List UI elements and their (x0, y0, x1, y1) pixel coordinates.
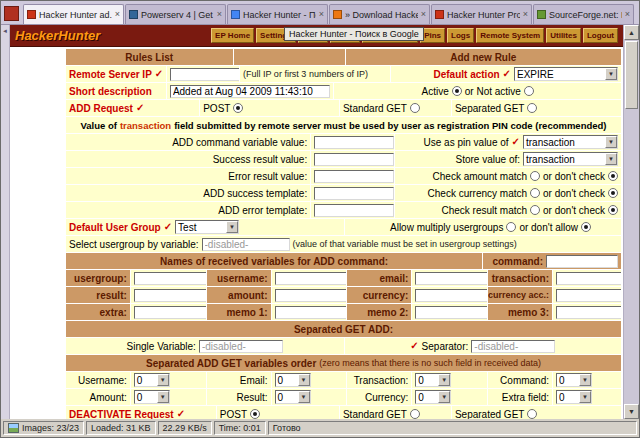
order-email-value: 0 (276, 375, 298, 386)
order-transaction-select[interactable]: 0▼ (415, 373, 451, 387)
tab-close-icon[interactable]: × (523, 10, 528, 19)
nav-utilites[interactable]: Utilites (546, 28, 581, 43)
active-label: Active (422, 86, 449, 97)
order-result-label: Result: (207, 389, 271, 405)
single-variable-label: Single Variable: (127, 341, 196, 352)
var-result-label: result: (66, 287, 130, 303)
tab-close-icon[interactable]: × (625, 10, 630, 19)
scrollbar-track[interactable] (624, 110, 639, 404)
add-error-template-input[interactable] (314, 204, 394, 217)
default-user-group-select[interactable]: Test ▼ (175, 220, 239, 234)
deactivate-post-radio[interactable] (250, 409, 260, 419)
allow-multiply-radio[interactable] (506, 222, 516, 232)
deactivate-request-label: DEACTIVATE Request (69, 409, 174, 420)
command-input[interactable] (546, 255, 618, 268)
add-success-template-input[interactable] (314, 187, 394, 200)
deactivate-separated-get-radio[interactable] (527, 409, 537, 419)
check-currency-radio[interactable] (530, 188, 540, 198)
browser-menu-icon[interactable] (4, 6, 19, 21)
check-amount-radio[interactable] (530, 171, 540, 181)
order-username-select[interactable]: 0▼ (134, 373, 170, 387)
var-currency-input[interactable] (415, 289, 487, 302)
add-post-radio[interactable] (233, 103, 243, 113)
order-amount-select[interactable]: 0▼ (134, 390, 170, 404)
nav-logout[interactable]: Logout (583, 28, 618, 43)
vertical-scrollbar[interactable]: ▲ ▼ (623, 25, 639, 419)
tab-hacker-hunter-admin[interactable]: Hacker Hunter ad... × (23, 4, 124, 24)
command-label: command: (492, 256, 543, 267)
use-as-pin-select[interactable]: transaction ▼ (523, 135, 618, 149)
order-email-select[interactable]: 0▼ (275, 373, 311, 387)
remote-server-ip-input[interactable] (170, 68, 239, 81)
tab-close-icon[interactable]: × (217, 10, 222, 19)
success-result-input[interactable] (314, 153, 394, 166)
check-amount-dont-radio[interactable] (608, 171, 618, 181)
add-separated-get-radio[interactable] (527, 103, 537, 113)
store-value-select[interactable]: transaction ▼ (523, 152, 618, 166)
add-command-input[interactable] (314, 136, 394, 149)
status-bar: Images: 23/23 Loaded: 31 KB 22.29 KB/s T… (1, 419, 639, 437)
short-description-input[interactable] (170, 85, 331, 98)
panel-toggle-strip[interactable]: ◄ (1, 25, 10, 419)
scrollbar-thumb[interactable] (625, 41, 638, 109)
order-extra-field-select[interactable]: 0▼ (556, 390, 592, 404)
var-usergroup-input[interactable] (134, 272, 206, 285)
var-result-input[interactable] (134, 289, 206, 302)
tab-powerserv[interactable]: Powerserv 4 | Get P... × (125, 4, 226, 24)
check-currency-alt-label: or don't check (543, 188, 605, 199)
store-value-cell: Store value of: transaction ▼ (395, 151, 621, 167)
var-username-input[interactable] (275, 272, 347, 285)
form-row: Error result value: Check amount match o… (66, 168, 621, 184)
nav-logs[interactable]: Logs (447, 28, 474, 43)
deactivate-standard-get-radio[interactable] (410, 409, 420, 419)
order-result-select[interactable]: 0▼ (275, 390, 311, 404)
dropdown-arrow-icon: ▼ (157, 391, 169, 403)
var-amount-input[interactable] (275, 289, 347, 302)
tab-close-icon[interactable]: × (319, 10, 324, 19)
select-usergroup-input[interactable] (202, 238, 290, 251)
var-memo2-input[interactable] (415, 306, 487, 319)
error-result-input[interactable] (314, 170, 394, 183)
required-mark-icon: ✓ (512, 137, 520, 147)
var-extra-input[interactable] (134, 306, 206, 319)
var-memo1-input[interactable] (275, 306, 347, 319)
not-active-radio[interactable] (524, 86, 534, 96)
default-action-select[interactable]: EXPIRE ▼ (514, 67, 618, 81)
tab-google-search[interactable]: Hacker Hunter - Пои... × (227, 4, 328, 24)
tab-download-hacker[interactable]: » Download Hacker ... × (329, 4, 430, 24)
tab-hacker-hunter-pro[interactable]: Hacker Hunter Pro... × (431, 4, 532, 24)
active-radio[interactable] (452, 86, 462, 96)
order-command-value: 0 (557, 375, 579, 386)
select-usergroup-cell: Select usergroup by variable: (value of … (66, 236, 621, 252)
order-currency-label: Currency: (347, 389, 411, 405)
dont-allow-radio[interactable] (581, 222, 591, 232)
scroll-up-icon[interactable]: ▲ (624, 25, 639, 40)
single-variable-input[interactable] (199, 340, 283, 353)
var-email-input[interactable] (415, 272, 487, 285)
order-command-select[interactable]: 0▼ (556, 373, 592, 387)
deactivate-standard-get-label: Standard GET (343, 409, 407, 420)
dropdown-arrow-icon: ▼ (438, 391, 450, 403)
var-memo3-input[interactable] (556, 306, 621, 319)
tab-close-icon[interactable]: × (115, 10, 120, 19)
order-currency-select[interactable]: 0▼ (415, 390, 451, 404)
nav-pins[interactable]: Pins (420, 28, 445, 43)
var-transaction-input[interactable] (556, 272, 621, 285)
check-currency-dont-radio[interactable] (608, 188, 618, 198)
separator-input[interactable] (471, 340, 555, 353)
scroll-down-icon[interactable]: ▼ (624, 404, 639, 419)
add-standard-get-radio[interactable] (410, 103, 420, 113)
tab-favicon-icon (129, 10, 138, 19)
add-post-cell: POST (200, 100, 339, 116)
tab-sourceforge[interactable]: SourceForge.net: H... × (533, 4, 634, 24)
check-amount-cell: Check amount match or don't check (395, 168, 621, 184)
form-row: DEACTIVATE Request ✓ POST Standard GET S… (66, 406, 621, 419)
check-result-dont-radio[interactable] (608, 205, 618, 215)
nav-remote-system[interactable]: Remote System (476, 28, 544, 43)
images-icon (8, 423, 19, 433)
nav-ep-home[interactable]: EP Home (211, 28, 254, 43)
var-ecurrency-input[interactable] (556, 289, 621, 302)
tab-close-icon[interactable]: × (421, 10, 426, 19)
banner-pre: Value of (80, 120, 116, 131)
check-result-radio[interactable] (530, 205, 540, 215)
